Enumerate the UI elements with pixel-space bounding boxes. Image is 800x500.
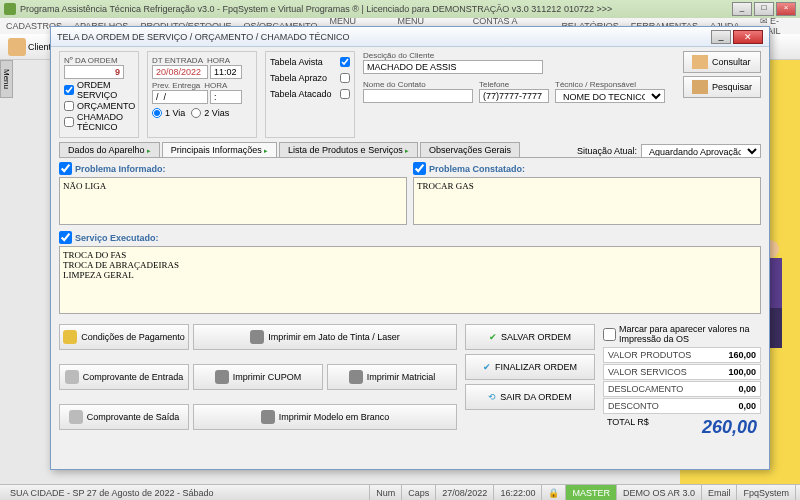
maximize-button[interactable]: □ — [754, 2, 774, 16]
checkbox-prob-constatado[interactable] — [413, 162, 426, 175]
status-date: 27/08/2022 — [436, 485, 494, 500]
tab-principais-info[interactable]: Principais Informações ▸ — [162, 142, 277, 157]
total-rs: 260,00 — [702, 417, 757, 438]
valor-servicos: 100,00 — [728, 367, 756, 377]
status-demo: DEMO OS AR 3.0 — [617, 485, 702, 500]
checkbox-marcar-valores[interactable] — [603, 328, 616, 341]
telefone-input[interactable] — [479, 89, 549, 103]
statusbar: SUA CIDADE - SP 27 de Agosto de 2022 - S… — [0, 484, 800, 500]
ok-icon: ✔ — [483, 362, 491, 372]
people-search-icon — [692, 55, 708, 69]
cliente-input[interactable] — [363, 60, 543, 74]
printer-icon — [261, 410, 275, 424]
contato-input[interactable] — [363, 89, 473, 103]
status-time: 16:22:00 — [494, 485, 542, 500]
imprimir-branco-button[interactable]: Imprimir Modelo em Branco — [193, 404, 457, 430]
checkbox-chamado[interactable] — [64, 117, 74, 127]
finalizar-ordem-button[interactable]: ✔FINALIZAR ORDEM — [465, 354, 595, 380]
close-button[interactable]: × — [776, 2, 796, 16]
status-email[interactable]: Email — [702, 485, 738, 500]
consultar-button[interactable]: Consultar — [683, 51, 761, 73]
tab-lista-produtos[interactable]: Lista de Produtos e Serviços ▸ — [279, 142, 418, 157]
dialog-title: TELA DA ORDEM DE SERVIÇO / ORÇAMENTO / C… — [57, 32, 711, 42]
dialog-minimize-button[interactable]: _ — [711, 30, 731, 44]
date-entrada-input[interactable] — [152, 65, 208, 79]
side-tab[interactable]: Menu — [0, 60, 13, 98]
salvar-ordem-button[interactable]: ✔SALVAR ORDEM — [465, 324, 595, 350]
imprimir-matricial-button[interactable]: Imprimir Matricial — [327, 364, 457, 390]
hora-prev-input[interactable] — [210, 90, 242, 104]
condicoes-pagamento-button[interactable]: Condições de Pagamento — [59, 324, 189, 350]
dialog-close-button[interactable]: ✕ — [733, 30, 763, 44]
pesquisar-button[interactable]: Pesquisar — [683, 76, 761, 98]
app-title: Programa Assistência Técnica Refrigeraçã… — [20, 4, 732, 14]
tab-observacoes[interactable]: Observações Gerais — [420, 142, 520, 157]
order-number-input[interactable] — [64, 65, 124, 79]
tecnico-combo[interactable]: NOME DO TECNICO — [555, 89, 665, 103]
status-fpq[interactable]: FpqSystem — [737, 485, 796, 500]
comprovante-entrada-button[interactable]: Comprovante de Entrada — [59, 364, 189, 390]
coin-icon — [63, 330, 77, 344]
checkbox-atacado[interactable] — [340, 89, 350, 99]
valor-deslocamento: 0,00 — [738, 384, 756, 394]
receipt-icon — [65, 370, 79, 384]
imprimir-cupom-button[interactable]: Imprimir CUPOM — [193, 364, 323, 390]
status-location: SUA CIDADE - SP 27 de Agosto de 2022 - S… — [4, 485, 370, 500]
people-icon — [8, 38, 26, 56]
radio-2vias[interactable] — [191, 108, 201, 118]
servico-executado-textarea[interactable] — [59, 246, 761, 314]
exit-icon: ⟲ — [488, 392, 496, 402]
status-num: Num — [370, 485, 402, 500]
problema-constatado-textarea[interactable] — [413, 177, 761, 225]
checkbox-servico[interactable] — [59, 231, 72, 244]
checkbox-aprazo[interactable] — [340, 73, 350, 83]
search-icon — [692, 80, 708, 94]
status-lock-icon: 🔒 — [542, 485, 566, 500]
tab-dados-aparelho[interactable]: Dados do Aparelho ▸ — [59, 142, 160, 157]
checkbox-avista[interactable] — [340, 57, 350, 67]
radio-1via[interactable] — [152, 108, 162, 118]
checkbox-os[interactable] — [64, 85, 74, 95]
sair-ordem-button[interactable]: ⟲SAIR DA ORDEM — [465, 384, 595, 410]
checkbox-prob-informado[interactable] — [59, 162, 72, 175]
printer-icon — [215, 370, 229, 384]
status-caps: Caps — [402, 485, 436, 500]
app-icon — [4, 3, 16, 15]
valor-produtos: 160,00 — [728, 350, 756, 360]
status-master: MASTER — [566, 485, 617, 500]
dialog-titlebar: TELA DA ORDEM DE SERVIÇO / ORÇAMENTO / C… — [51, 27, 769, 47]
problema-informado-textarea[interactable] — [59, 177, 407, 225]
check-icon: ✔ — [489, 332, 497, 342]
valor-desconto: 0,00 — [738, 401, 756, 411]
imprimir-jato-button[interactable]: Imprimir em Jato de Tinta / Laser — [193, 324, 457, 350]
date-prev-input[interactable] — [152, 90, 208, 104]
printer-icon — [349, 370, 363, 384]
printer-icon — [250, 330, 264, 344]
hora-entrada-input[interactable] — [210, 65, 242, 79]
status-combo[interactable]: Aguardando Aprovação — [641, 144, 761, 158]
checkbox-orcamento[interactable] — [64, 101, 74, 111]
receipt-icon — [69, 410, 83, 424]
minimize-button[interactable]: _ — [732, 2, 752, 16]
comprovante-saida-button[interactable]: Comprovante de Saída — [59, 404, 189, 430]
status-label: Situação Atual: — [577, 146, 637, 156]
order-dialog: TELA DA ORDEM DE SERVIÇO / ORÇAMENTO / C… — [50, 26, 770, 470]
order-number-label: Nº DA ORDEM — [64, 56, 134, 65]
